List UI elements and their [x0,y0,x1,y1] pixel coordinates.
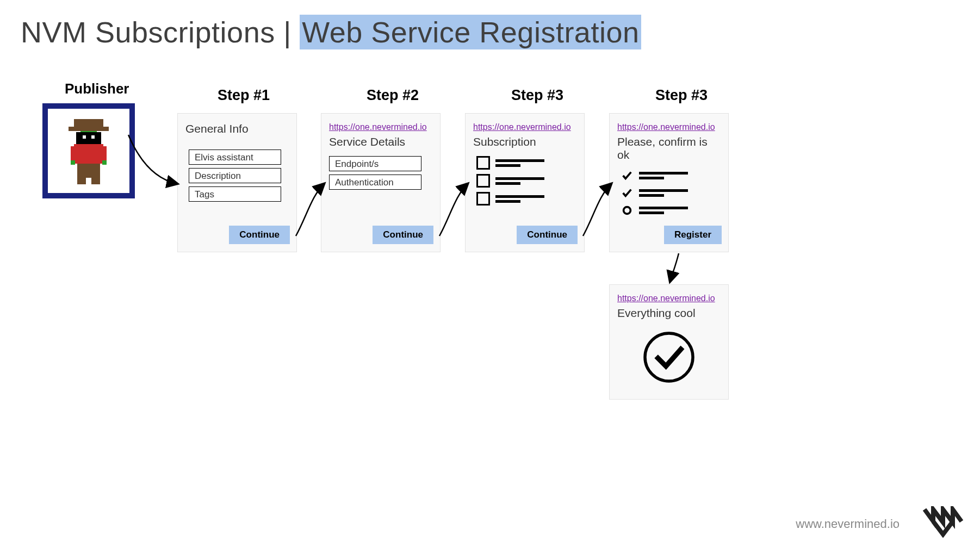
svg-rect-6 [74,144,103,164]
page-title: NVM Subscriptions | Web Service Registra… [21,15,641,49]
checkbox-list-icon [476,156,576,206]
svg-rect-11 [77,164,100,178]
continue-button[interactable]: Continue [517,226,578,244]
card-url-link[interactable]: https://one.nevermined.io [329,122,427,132]
card-success: https://one.nevermined.io Everything coo… [609,284,729,400]
card-url-link[interactable]: https://one.nevermined.io [617,122,715,132]
svg-point-14 [624,207,631,214]
publisher-avatar [42,103,135,198]
check-icon [621,169,634,182]
svg-rect-7 [71,146,76,161]
circle-icon [621,204,634,217]
svg-rect-5 [91,135,95,139]
step-2-label: Step #2 [367,87,419,104]
svg-rect-4 [83,135,86,139]
svg-rect-12 [77,178,86,184]
input-field[interactable]: Tags [189,186,281,202]
register-button[interactable]: Register [664,226,722,244]
check-icon [621,186,634,200]
pixel-character-icon [59,116,119,186]
card-confirm: https://one.nevermined.io Please, confir… [609,113,729,252]
nevermined-logo-icon [921,506,965,540]
svg-rect-9 [71,160,75,165]
step-1-label: Step #1 [218,87,270,104]
confirm-list-icon [621,169,721,217]
card-general-info: General Info Elvis assistant Description… [177,113,297,252]
step-4-label: Step #3 [655,87,708,104]
input-field[interactable]: Elvis assistant [189,150,281,165]
success-check-icon [617,327,721,387]
publisher-label: Publisher [65,80,129,97]
title-prefix: NVM Subscriptions | [21,16,300,48]
card-heading: Everything cool [617,307,721,320]
svg-point-15 [645,333,693,381]
footer-url: www.nevermined.io [796,517,900,531]
step-3-label: Step #3 [511,87,563,104]
svg-rect-1 [69,127,109,131]
input-field[interactable]: Endpoint/s [329,156,421,171]
card-heading: Please, confirm is ok [617,135,721,161]
svg-rect-8 [101,146,107,161]
card-heading: Subscription [473,135,576,148]
input-field[interactable]: Authentication [329,175,421,190]
card-service-details: https://one.nevermined.io Service Detail… [321,113,441,252]
svg-rect-13 [91,178,100,184]
card-heading: General Info [185,122,289,135]
svg-rect-10 [102,160,107,165]
card-subscription: https://one.nevermined.io Subscription C… [465,113,585,252]
input-field[interactable]: Description [189,168,281,183]
continue-button[interactable]: Continue [373,226,433,244]
card-heading: Service Details [329,135,432,148]
card-url-link[interactable]: https://one.nevermined.io [617,294,715,303]
card-url-link[interactable]: https://one.nevermined.io [473,122,571,132]
title-highlight: Web Service Registration [300,15,641,49]
continue-button[interactable]: Continue [229,226,290,244]
arrow-icon [662,250,684,288]
